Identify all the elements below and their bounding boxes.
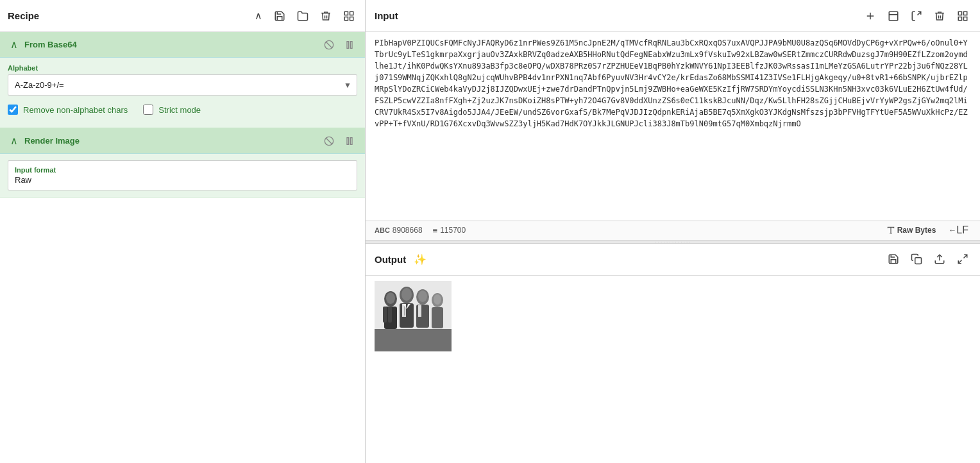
output-copy-button[interactable] <box>908 252 925 266</box>
output-header-icons <box>885 252 971 266</box>
svg-rect-28 <box>383 307 387 323</box>
folder-icon <box>297 10 308 22</box>
svg-rect-38 <box>418 305 421 317</box>
input-title: Input <box>375 10 862 21</box>
svg-rect-14 <box>889 12 898 21</box>
output-magic-button[interactable]: ✨ <box>411 252 429 267</box>
svg-rect-3 <box>350 17 353 20</box>
remove-non-alpha-label: Remove non-alphabet chars <box>23 105 128 115</box>
output-title-wrapper: Output ✨ <box>375 252 885 267</box>
recipe-header: Recipe ∧ <box>0 0 365 32</box>
lines-icon: ≡ <box>433 226 438 235</box>
grid-icon <box>343 10 355 22</box>
save-icon-2 <box>888 253 899 265</box>
input-format-field: Input format Raw <box>8 160 357 190</box>
alphabet-select-wrapper: A-Za-z0-9+/= A-Za-z0-9-_ A-Za-z0-9+/ (no… <box>8 74 357 96</box>
input-add-button[interactable] <box>862 9 879 23</box>
svg-rect-29 <box>388 307 392 323</box>
input-header: Input <box>366 0 980 32</box>
abc-label: ABC <box>375 226 390 234</box>
lf-button[interactable]: ← LF <box>946 223 971 237</box>
strict-mode-label: Strict mode <box>158 105 201 115</box>
input-window-button[interactable] <box>885 9 902 23</box>
input-grid-button[interactable] <box>954 9 971 23</box>
render-image-header-icons <box>321 135 357 147</box>
svg-rect-18 <box>964 17 967 20</box>
remove-non-alpha-checkbox[interactable] <box>8 105 18 115</box>
recipe-layout-button[interactable] <box>341 9 357 23</box>
input-content[interactable]: PIbHapV0PZIQUCsFQMFcNyJFAQRyD6z1nrPWes9Z… <box>366 32 980 221</box>
right-panel: Input <box>366 0 980 463</box>
char-count: 8908668 <box>393 226 423 235</box>
recipe-collapse-button[interactable]: ∧ <box>252 8 265 23</box>
left-panel: Recipe ∧ <box>0 0 366 463</box>
from-base64-pause-button[interactable] <box>342 38 357 51</box>
svg-line-24 <box>958 260 961 264</box>
chevron-up-icon-3: ∧ <box>10 135 18 147</box>
output-content <box>366 276 980 464</box>
svg-rect-10 <box>347 137 349 144</box>
render-image-disable-button[interactable] <box>321 135 337 147</box>
input-delete-button[interactable] <box>931 9 948 23</box>
pause-icon <box>344 40 355 50</box>
checkbox-row: Remove non-alphabet chars Strict mode <box>8 105 357 121</box>
svg-rect-15 <box>958 12 961 15</box>
recipe-header-icons: ∧ <box>252 8 357 23</box>
trash-icon-2 <box>934 10 945 22</box>
send-to-input-icon <box>934 253 945 265</box>
output-fullscreen-button[interactable] <box>954 252 971 266</box>
svg-point-40 <box>401 288 412 301</box>
strict-mode-checkbox[interactable] <box>143 105 153 115</box>
raw-bytes-button[interactable]: Raw Bytes <box>884 224 939 236</box>
recipe-open-button[interactable] <box>294 9 311 23</box>
footer-right: Raw Bytes ← LF <box>884 223 971 237</box>
alphabet-label: Alphabet <box>8 64 357 72</box>
type-icon <box>886 226 895 235</box>
svg-line-5 <box>326 42 332 47</box>
recipe-save-button[interactable] <box>271 9 288 23</box>
output-image <box>375 281 452 351</box>
open-file-icon <box>911 10 922 22</box>
svg-rect-17 <box>958 17 961 20</box>
from-base64-section: ∧ From Base64 Alphabet <box>0 32 365 128</box>
render-image-pause-button[interactable] <box>342 135 357 147</box>
svg-rect-1 <box>350 12 353 15</box>
output-title-text: Output <box>375 254 406 265</box>
svg-line-9 <box>326 138 332 144</box>
from-base64-disable-button[interactable] <box>321 38 337 51</box>
render-image-title: Render Image <box>24 136 321 146</box>
output-save-button[interactable] <box>885 252 902 266</box>
svg-point-41 <box>418 290 427 302</box>
from-base64-title: From Base64 <box>24 40 321 49</box>
remove-non-alpha-checkbox-item[interactable]: Remove non-alphabet chars <box>8 105 128 115</box>
input-footer: ABC 8908668 ≡ 115700 Raw Bytes ← LF <box>366 221 980 240</box>
copy-icon <box>911 253 922 265</box>
from-base64-content: Alphabet A-Za-z0-9+/= A-Za-z0-9-_ A-Za-z… <box>0 58 365 128</box>
new-window-icon <box>888 10 899 22</box>
svg-rect-31 <box>400 303 414 328</box>
input-format-label: Input format <box>15 166 350 174</box>
svg-rect-2 <box>344 17 348 20</box>
plus-icon <box>865 10 876 22</box>
svg-rect-6 <box>347 41 349 48</box>
strict-mode-checkbox-item[interactable]: Strict mode <box>143 105 201 115</box>
output-image-container <box>375 281 452 351</box>
input-open-button[interactable] <box>908 9 925 23</box>
wand-icon: ✨ <box>414 253 427 265</box>
render-image-header: ∧ Render Image <box>0 128 365 154</box>
no-symbol-icon <box>324 40 334 50</box>
from-base64-header-icons <box>321 38 357 51</box>
recipe-delete-button[interactable] <box>317 9 334 23</box>
chevron-up-icon-2: ∧ <box>10 38 18 51</box>
render-image-collapse-button[interactable]: ∧ <box>8 133 21 148</box>
input-header-icons <box>862 9 971 23</box>
alphabet-select[interactable]: A-Za-z0-9+/= A-Za-z0-9-_ A-Za-z0-9+/ (no… <box>8 75 357 95</box>
input-format-value: Raw <box>15 175 350 185</box>
output-upload-button[interactable] <box>931 252 948 266</box>
svg-point-39 <box>386 292 395 304</box>
from-base64-collapse-button[interactable]: ∧ <box>8 37 21 52</box>
svg-rect-43 <box>375 329 452 351</box>
svg-rect-11 <box>350 137 352 144</box>
output-header: Output ✨ <box>366 244 980 276</box>
raw-bytes-label: Raw Bytes <box>897 226 936 235</box>
